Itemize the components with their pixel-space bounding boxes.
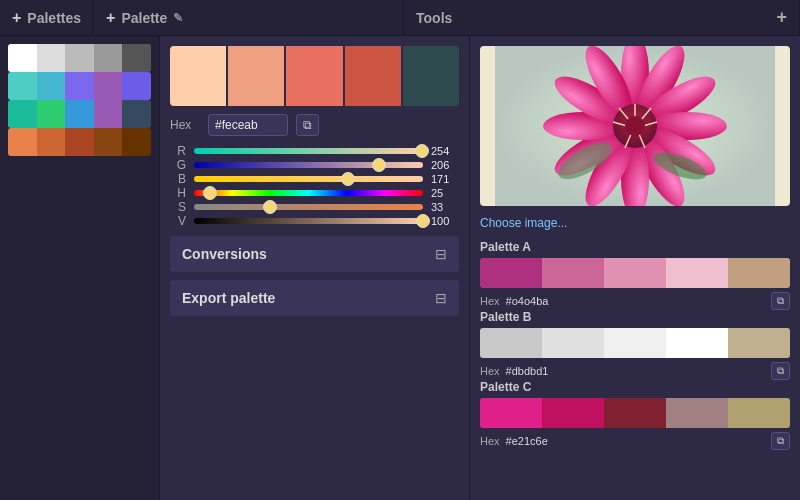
tool-palettes: Palette AHex#o4o4ba⧉Palette BHex#dbdbd1⧉… <box>480 240 790 450</box>
slider-track-b[interactable] <box>194 176 423 182</box>
palette-swatch <box>94 72 123 100</box>
palette-strip-2[interactable] <box>8 100 151 128</box>
palette-swatch <box>94 128 123 156</box>
slider-track-v[interactable] <box>194 218 423 224</box>
palette-swatch <box>122 100 151 128</box>
slider-track-g[interactable] <box>194 162 423 168</box>
slider-label-h: H <box>170 186 186 200</box>
big-swatch-1[interactable] <box>228 46 284 106</box>
tool-palette-swatch-0-1[interactable] <box>542 258 604 288</box>
palette-strip-1[interactable] <box>8 72 151 100</box>
palette-swatch <box>37 128 66 156</box>
tool-palette-swatch-1-0[interactable] <box>480 328 542 358</box>
slider-track-h[interactable] <box>194 190 423 196</box>
export-icon: ⊟ <box>435 290 447 306</box>
tool-palette-swatches-0 <box>480 258 790 288</box>
slider-thumb-s[interactable] <box>263 200 277 214</box>
tool-palette-swatch-0-4[interactable] <box>728 258 790 288</box>
slider-row-v: V100 <box>170 214 459 228</box>
svg-point-22 <box>625 116 645 136</box>
conversions-section[interactable]: Conversions ⊟ <box>170 236 459 272</box>
tool-palette-swatch-2-3[interactable] <box>666 398 728 428</box>
big-swatch-2[interactable] <box>286 46 342 106</box>
slider-value-s: 33 <box>431 201 459 213</box>
tool-palette-swatch-1-1[interactable] <box>542 328 604 358</box>
sliders-container: R254G206B171H25S33V100 <box>170 144 459 228</box>
hex-input[interactable] <box>208 114 288 136</box>
palette-swatch <box>122 72 151 100</box>
tool-palette-hex-row-0: Hex#o4o4ba⧉ <box>480 292 790 310</box>
hex-label: Hex <box>170 118 200 132</box>
palette-strip-0[interactable] <box>8 44 151 72</box>
palettes-plus-icon[interactable]: + <box>12 9 21 27</box>
palette-swatch <box>8 44 37 72</box>
slider-label-s: S <box>170 200 186 214</box>
palettes-list <box>8 44 151 156</box>
tools-header-section: Tools + <box>404 0 800 35</box>
tool-palette-hex-row-1: Hex#dbdbd1⧉ <box>480 362 790 380</box>
slider-thumb-r[interactable] <box>415 144 429 158</box>
tool-palette-title-0: Palette A <box>480 240 790 254</box>
tool-palette-swatch-1-4[interactable] <box>728 328 790 358</box>
slider-value-v: 100 <box>431 215 459 227</box>
export-section[interactable]: Export palette ⊟ <box>170 280 459 316</box>
palette-swatch <box>8 128 37 156</box>
tool-palette-copy-button-0[interactable]: ⧉ <box>771 292 790 310</box>
slider-row-r: R254 <box>170 144 459 158</box>
tool-palette-swatch-2-1[interactable] <box>542 398 604 428</box>
slider-value-g: 206 <box>431 159 459 171</box>
main-content: Hex ⧉ R254G206B171H25S33V100 Conversions… <box>0 36 800 500</box>
tool-palette-hex-value-2: #e21c6e <box>506 435 548 447</box>
tool-palette-swatch-2-2[interactable] <box>604 398 666 428</box>
palettes-header-label: Palettes <box>27 10 81 26</box>
tool-palette-swatch-0-2[interactable] <box>604 258 666 288</box>
big-swatch-3[interactable] <box>345 46 401 106</box>
slider-thumb-g[interactable] <box>372 158 386 172</box>
slider-thumb-b[interactable] <box>341 172 355 186</box>
palette-swatch <box>65 72 94 100</box>
slider-track-s[interactable] <box>194 204 423 210</box>
hex-row: Hex ⧉ <box>170 114 459 136</box>
slider-value-b: 171 <box>431 173 459 185</box>
palette-plus-icon[interactable]: + <box>106 9 115 27</box>
tool-palette-hex-label-1: Hex <box>480 365 500 377</box>
tools-panel: Choose image... Palette AHex#o4o4ba⧉Pale… <box>470 36 800 500</box>
slider-label-g: G <box>170 158 186 172</box>
slider-value-h: 25 <box>431 187 459 199</box>
tool-palette-swatch-2-0[interactable] <box>480 398 542 428</box>
palette-editor: Hex ⧉ R254G206B171H25S33V100 Conversions… <box>160 36 470 500</box>
tool-palette-swatch-0-0[interactable] <box>480 258 542 288</box>
tool-palette-swatch-2-4[interactable] <box>728 398 790 428</box>
palettes-panel <box>0 36 160 500</box>
choose-image-button[interactable]: Choose image... <box>480 214 790 232</box>
slider-row-b: B171 <box>170 172 459 186</box>
tools-plus-button[interactable]: + <box>776 7 787 28</box>
tool-palette-swatch-1-3[interactable] <box>666 328 728 358</box>
tool-palette-hex-label-0: Hex <box>480 295 500 307</box>
palette-swatch <box>37 72 66 100</box>
palette-strip-3[interactable] <box>8 128 151 156</box>
app-header: + Palettes + Palette ✎ Tools + <box>0 0 800 36</box>
slider-thumb-v[interactable] <box>416 214 430 228</box>
slider-label-b: B <box>170 172 186 186</box>
tool-palette-swatch-1-2[interactable] <box>604 328 666 358</box>
tool-palette-copy-button-1[interactable]: ⧉ <box>771 362 790 380</box>
big-swatch-4[interactable] <box>403 46 459 106</box>
tool-palette-section-2: Palette CHex#e21c6e⧉ <box>480 380 790 450</box>
palette-edit-icon[interactable]: ✎ <box>173 11 183 25</box>
big-swatch-0[interactable] <box>170 46 226 106</box>
slider-thumb-h[interactable] <box>203 186 217 200</box>
tool-palette-section-1: Palette BHex#dbdbd1⧉ <box>480 310 790 380</box>
tool-palette-hex-label-2: Hex <box>480 435 500 447</box>
hex-copy-button[interactable]: ⧉ <box>296 114 319 136</box>
tool-palette-title-2: Palette C <box>480 380 790 394</box>
tool-palette-copy-button-2[interactable]: ⧉ <box>771 432 790 450</box>
slider-track-r[interactable] <box>194 148 423 154</box>
slider-row-s: S33 <box>170 200 459 214</box>
palettes-header-section: + Palettes <box>0 0 94 35</box>
tool-palette-swatch-0-3[interactable] <box>666 258 728 288</box>
palette-swatch <box>37 100 66 128</box>
palette-swatch <box>122 128 151 156</box>
slider-row-h: H25 <box>170 186 459 200</box>
palette-header-label: Palette <box>121 10 167 26</box>
